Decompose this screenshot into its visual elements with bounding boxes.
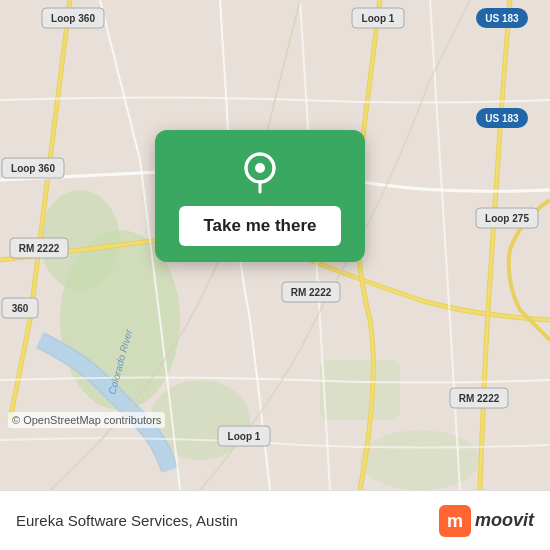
copyright-text: © OpenStreetMap contributors bbox=[8, 412, 165, 428]
svg-point-4 bbox=[360, 430, 480, 490]
take-me-there-button[interactable]: Take me there bbox=[179, 206, 340, 246]
svg-text:RM 2222: RM 2222 bbox=[459, 393, 500, 404]
location-pin-icon bbox=[236, 148, 284, 196]
svg-text:RM 2222: RM 2222 bbox=[19, 243, 60, 254]
svg-text:US 183: US 183 bbox=[485, 13, 519, 24]
moovit-icon: m bbox=[439, 505, 471, 537]
svg-text:Loop 360: Loop 360 bbox=[11, 163, 55, 174]
svg-text:RM 2222: RM 2222 bbox=[291, 287, 332, 298]
svg-text:Loop 1: Loop 1 bbox=[362, 13, 395, 24]
moovit-logo: m moovit bbox=[439, 505, 534, 537]
svg-text:US 183: US 183 bbox=[485, 113, 519, 124]
location-label: Eureka Software Services, Austin bbox=[16, 512, 238, 529]
svg-text:360: 360 bbox=[12, 303, 29, 314]
map-container: Loop 360 Loop 1 US 183 Loop 360 US 183 R… bbox=[0, 0, 550, 490]
svg-text:Loop 360: Loop 360 bbox=[51, 13, 95, 24]
bottom-bar: Eureka Software Services, Austin m moovi… bbox=[0, 490, 550, 550]
svg-text:Loop 1: Loop 1 bbox=[228, 431, 261, 442]
svg-point-30 bbox=[255, 163, 265, 173]
map-card: Take me there bbox=[155, 130, 365, 262]
svg-rect-5 bbox=[320, 360, 400, 420]
svg-text:m: m bbox=[447, 511, 463, 531]
svg-text:Loop 275: Loop 275 bbox=[485, 213, 529, 224]
moovit-wordmark: moovit bbox=[475, 510, 534, 531]
